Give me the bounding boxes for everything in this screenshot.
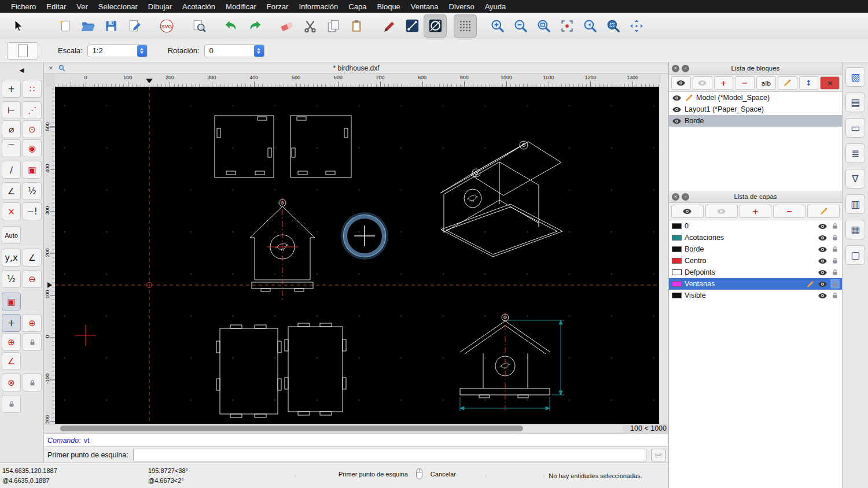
snap-entity-box-button[interactable]: ▣ [23, 161, 42, 179]
document-zoom-icon[interactable] [58, 64, 66, 72]
paste-button[interactable] [345, 14, 368, 38]
eye-icon[interactable] [672, 93, 682, 103]
edit-drawing-button[interactable] [123, 14, 146, 38]
snap-warning-button[interactable]: −! [23, 202, 42, 220]
undock-panel-icon[interactable]: ▫ [682, 193, 689, 201]
zoom-refresh-button[interactable] [556, 14, 579, 38]
panel-matrix-button[interactable]: ▦ [845, 220, 865, 239]
eye-icon[interactable] [672, 116, 682, 126]
panel-pen-palette-button[interactable]: ▥ [845, 194, 865, 214]
grid-plus-button[interactable]: + [2, 314, 21, 332]
lock-icon[interactable] [830, 256, 840, 265]
scale-select[interactable]: 1:2 [87, 45, 148, 57]
delete-entities-button[interactable] [275, 14, 299, 38]
lock-a-button[interactable] [23, 333, 42, 351]
restrict-angle-button[interactable]: ∠ [2, 182, 21, 200]
eye-icon[interactable] [818, 279, 827, 289]
paper-preview-button[interactable] [7, 42, 38, 60]
panel-block-list-button[interactable]: ▧ [845, 67, 865, 87]
snap-distance-button[interactable]: ⌒ [2, 139, 21, 157]
zoom-auto-button[interactable] [532, 14, 556, 38]
stepper-icon[interactable] [254, 45, 264, 57]
snap-endpoint-button[interactable]: ⊢ [2, 101, 21, 119]
entity-box-button[interactable]: ▣ [2, 293, 21, 310]
hide-all-blocks-button[interactable] [693, 76, 712, 90]
lock-icon[interactable] [830, 233, 840, 242]
snap-exclude-button[interactable]: ⊖ [23, 270, 42, 288]
zoom-window-button[interactable] [602, 14, 625, 38]
menu-información[interactable]: Información [293, 2, 343, 11]
panel-filter-button[interactable]: ∇ [845, 169, 865, 188]
add-layer-button[interactable]: + [740, 205, 772, 218]
stepper-icon[interactable] [137, 45, 147, 57]
menu-modificar[interactable]: Modificar [220, 2, 262, 11]
pan-button[interactable] [625, 14, 648, 38]
lock-icon[interactable] [830, 245, 840, 254]
eye-icon[interactable] [818, 221, 827, 231]
circle-point-button[interactable]: ⊕ [2, 333, 21, 351]
panel-clipboard-button[interactable]: ▢ [845, 245, 865, 265]
layer-row-visible[interactable]: Visible [669, 290, 842, 301]
eye-icon[interactable] [818, 268, 827, 278]
angle-rays-button[interactable]: ∠ [2, 352, 21, 370]
snap-intersection-button[interactable]: ◉ [23, 139, 42, 157]
snap-free-button[interactable]: + [2, 80, 21, 98]
layer-row-centro[interactable]: Centro [669, 255, 842, 267]
panel-library-browser-button[interactable]: ▤ [845, 93, 865, 112]
close-document-icon[interactable]: × [49, 64, 53, 72]
relative-zero-lock-button[interactable] [2, 395, 21, 413]
panel-command-widget-button[interactable]: ▭ [845, 118, 865, 138]
pencil-icon[interactable] [806, 280, 815, 289]
layer-row-borde[interactable]: Borde [669, 243, 842, 255]
insert-block-button[interactable]: ↕ [799, 76, 819, 90]
open-drawing-button[interactable] [76, 14, 100, 38]
remove-layer-button[interactable]: − [773, 205, 806, 218]
layer-row-ventanas[interactable]: Ventanas [669, 278, 842, 290]
close-panel-icon[interactable]: × [672, 65, 679, 72]
new-drawing-button[interactable] [53, 14, 76, 38]
menu-ver[interactable]: Ver [71, 2, 93, 11]
half-point-button[interactable]: ½ [2, 270, 21, 288]
block-row[interactable]: Borde [669, 115, 842, 127]
modify-layer-button[interactable] [807, 205, 840, 218]
menu-dibujar[interactable]: Dibujar [143, 2, 177, 11]
export-svg-button[interactable]: SVG [155, 14, 178, 38]
block-row[interactable]: Model (*Model_Space) [669, 92, 842, 103]
scrollbar-thumb[interactable] [60, 426, 523, 431]
horizontal-scrollbar[interactable] [44, 424, 623, 432]
copy-button[interactable] [322, 14, 345, 38]
restrict-orthogonal-button[interactable]: ∕ [2, 161, 21, 179]
menu-bloque[interactable]: Bloque [372, 2, 405, 11]
show-all-blocks-button[interactable] [671, 76, 691, 90]
command-input[interactable] [133, 449, 646, 461]
undock-panel-icon[interactable]: ▫ [682, 65, 689, 72]
menu-capa[interactable]: Capa [343, 2, 372, 11]
close-panel-icon[interactable]: × [672, 193, 679, 201]
rotation-select[interactable]: 0 [204, 45, 265, 57]
cross-point-button[interactable]: ⊕ [23, 314, 42, 332]
panel-layer-list-button[interactable]: ≣ [845, 143, 865, 163]
edit-block-button[interactable] [778, 76, 797, 90]
zoom-out-button[interactable] [509, 14, 532, 38]
menu-seleccionar[interactable]: Seleccionar [93, 2, 143, 11]
lock-icon[interactable] [830, 279, 840, 289]
eye-icon[interactable] [818, 245, 827, 254]
layer-row-0[interactable]: 0 [669, 220, 842, 232]
snap-center-button[interactable]: ⌀ [2, 120, 21, 138]
lock-icon[interactable] [830, 221, 840, 231]
cut-button[interactable] [299, 14, 322, 38]
angle-coordinates-button[interactable]: ∠ [23, 249, 42, 267]
eye-icon[interactable] [818, 256, 827, 266]
vertical-scrollbar[interactable] [660, 74, 668, 424]
snap-middle-button[interactable]: ⊙ [23, 120, 42, 138]
menu-forzar[interactable]: Forzar [262, 2, 294, 11]
block-row[interactable]: Layout1 (*Paper_Space) [669, 103, 842, 115]
delete-block-button[interactable]: × [820, 76, 840, 90]
auto-snap-button[interactable]: Auto [2, 226, 21, 244]
keyboard-toggle-button[interactable] [651, 449, 666, 461]
zoom-in-button[interactable] [486, 14, 509, 38]
layer-row-defpoints[interactable]: Defpoints [669, 267, 842, 278]
show-all-layers-button[interactable] [671, 205, 704, 218]
lock-relative-button[interactable] [23, 374, 42, 391]
cad-canvas[interactable] [55, 87, 659, 424]
